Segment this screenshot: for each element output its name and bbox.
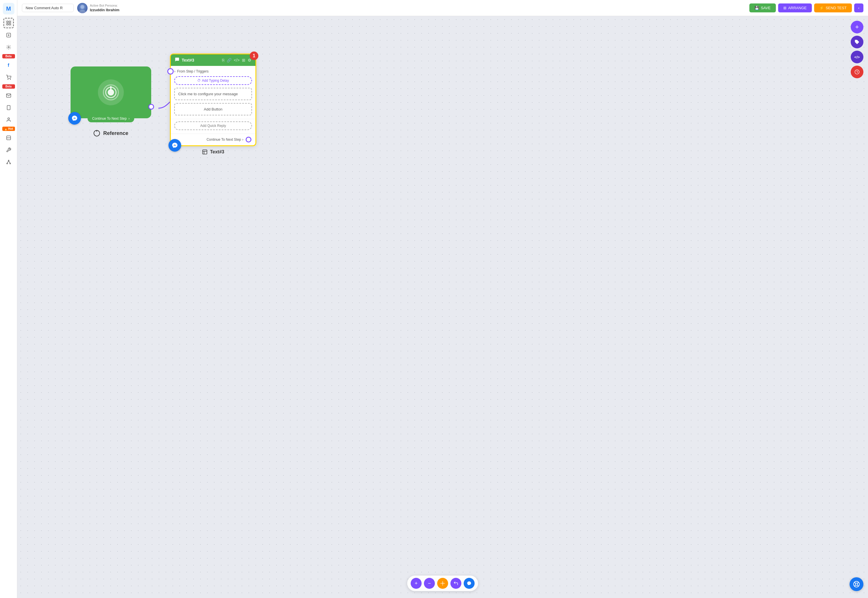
sidebar-item-facebook[interactable]: f (3, 60, 14, 70)
svg-rect-0 (7, 21, 8, 22)
svg-point-8 (8, 79, 8, 80)
ref-continue-button[interactable]: Continue To Next Step › (87, 115, 134, 122)
add-element-button[interactable]: + (851, 21, 864, 33)
sidebar-item-settings[interactable] (3, 42, 14, 52)
svg-point-15 (8, 160, 9, 161)
svg-line-44 (858, 582, 859, 583)
clock-icon: ⏱ (197, 79, 201, 82)
sidebar-badge-hot[interactable]: 🔥 Hot (2, 127, 15, 131)
text3-messenger-icon (168, 139, 181, 152)
svg-point-17 (9, 163, 10, 164)
svg-point-35 (442, 583, 444, 584)
topbar-actions: 💾 SAVE ⊞ ARRANGE ⚡ SEND TEST ‹ (750, 3, 864, 12)
persona-text: Active Bot Persona: Izzuddin Ibrahim (90, 4, 120, 12)
save-icon: 💾 (754, 6, 759, 10)
from-step-row: › From Step / Triggers (174, 69, 252, 73)
time-button[interactable] (851, 66, 864, 78)
send-icon: ⚡ (819, 6, 824, 10)
center-button[interactable] (437, 578, 448, 589)
grid-icon[interactable]: ⊞ (242, 58, 245, 63)
sidebar-badge-beta2[interactable]: Beta (2, 84, 15, 89)
support-button[interactable] (850, 577, 864, 591)
text3-body: › From Step / Triggers ⏱ Add Typing Dela… (171, 66, 255, 119)
svg-rect-2 (7, 24, 8, 25)
send-test-button[interactable]: ⚡ SEND TEST (814, 3, 852, 12)
flow-name-input[interactable] (22, 4, 74, 12)
svg-line-42 (855, 582, 856, 583)
ref-label: Reference (93, 130, 128, 137)
svg-point-9 (10, 79, 10, 80)
configure-message-box[interactable]: Click me to configure your message (174, 88, 252, 100)
ref-messenger-icon (68, 112, 81, 125)
zoom-out-button[interactable]: − (424, 578, 435, 589)
sidebar-item-split[interactable] (3, 133, 14, 143)
avatar (77, 3, 87, 13)
ref-connector-dot (148, 104, 154, 110)
add-button-box[interactable]: Add Button (174, 103, 252, 115)
sidebar-item-nodes[interactable] (3, 157, 14, 167)
svg-point-16 (7, 163, 7, 164)
svg-line-18 (7, 161, 8, 163)
reference-card[interactable] (70, 66, 151, 118)
arrange-button[interactable]: ⊞ ARRANGE (778, 3, 812, 12)
sidebar-item-cart[interactable] (3, 72, 14, 82)
text3-left-connector (167, 68, 174, 75)
quick-reply-area: Add Quick Reply (171, 119, 255, 133)
messenger-filter-button[interactable] (464, 578, 475, 589)
chevron-button[interactable]: ‹ (854, 3, 864, 12)
zoom-in-button[interactable]: + (411, 578, 421, 589)
svg-rect-30 (203, 150, 207, 154)
sidebar-badge-beta1[interactable]: Beta (2, 54, 15, 58)
code-icon[interactable]: </> (234, 58, 240, 63)
text3-header: Text#3 ⎘ 🔗 </> ⊞ ⚙ (171, 54, 255, 66)
sidebar-item-home[interactable] (3, 18, 14, 28)
text3-title: Text#3 (182, 58, 220, 63)
text3-node-label: Text#3 (170, 149, 256, 155)
add-typing-delay-button[interactable]: ⏱ Add Typing Delay (174, 76, 252, 85)
svg-line-45 (855, 585, 856, 586)
badge-number: 1 (250, 51, 258, 60)
link-icon[interactable]: 🔗 (226, 58, 232, 63)
topbar: Active Bot Persona: Izzuddin Ibrahim 💾 S… (17, 0, 868, 16)
sidebar-item-mobile[interactable] (3, 102, 14, 113)
text3-footer: Continue To Next Step › (171, 133, 255, 145)
svg-rect-3 (9, 24, 10, 25)
arrange-icon: ⊞ (783, 6, 787, 10)
svg-point-21 (80, 5, 84, 9)
canvas[interactable]: Continue To Next Step › Referenc (17, 16, 868, 598)
app-logo[interactable]: M (3, 3, 14, 14)
text3-card: 1 Text#3 ⎘ 🔗 </> ⊞ ⚙ (170, 54, 256, 146)
svg-point-7 (8, 46, 9, 48)
continue-next-step-label: Continue To Next Step › (207, 138, 243, 142)
reference-node: Continue To Next Step › Referenc (70, 66, 151, 137)
svg-point-12 (8, 118, 9, 120)
persona-section: Active Bot Persona: Izzuddin Ibrahim (77, 3, 120, 13)
sidebar-item-add[interactable] (3, 30, 14, 40)
code-view-button[interactable]: </> (851, 51, 864, 63)
save-button[interactable]: 💾 SAVE (750, 3, 776, 12)
svg-line-43 (858, 585, 859, 586)
main-area: Active Bot Persona: Izzuddin Ibrahim 💾 S… (17, 0, 868, 598)
sidebar: M Beta f Beta (0, 0, 17, 598)
svg-point-41 (855, 583, 858, 585)
tag-button[interactable] (851, 36, 864, 48)
sidebar-item-email[interactable] (3, 90, 14, 101)
svg-line-19 (9, 161, 10, 163)
text3-node: 1 Text#3 ⎘ 🔗 </> ⊞ ⚙ (170, 54, 256, 155)
bottom-toolbar: + − (407, 576, 478, 591)
copy-icon[interactable]: ⎘ (222, 58, 224, 63)
sidebar-item-tools[interactable] (3, 145, 14, 155)
undo-button[interactable] (450, 578, 461, 589)
sidebar-item-user[interactable] (3, 115, 14, 125)
text3-header-icons: ⎘ 🔗 </> ⊞ ⚙ (222, 58, 252, 63)
add-quick-reply-button[interactable]: Add Quick Reply (174, 121, 252, 130)
right-toolbar: + </> (851, 21, 864, 78)
text3-right-connector (246, 137, 252, 142)
svg-rect-1 (9, 21, 10, 22)
